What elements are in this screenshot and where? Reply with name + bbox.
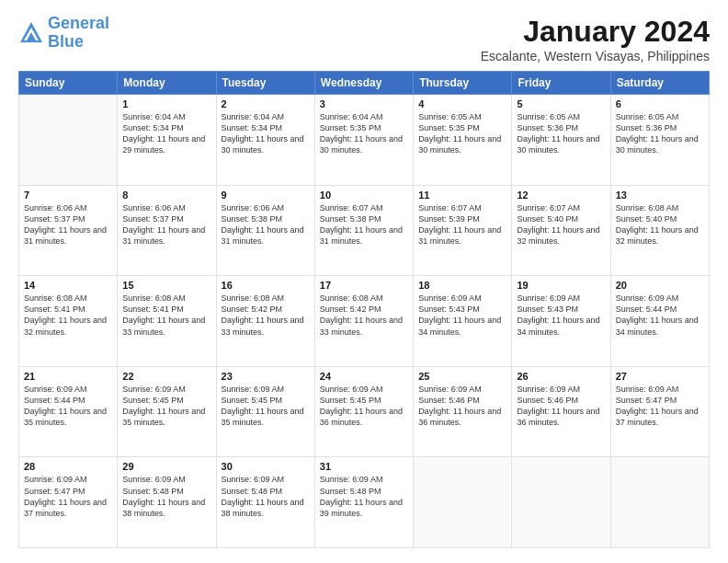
day-number: 25 [418,371,506,382]
logo-text: General Blue [48,15,109,52]
day-number: 15 [122,280,210,291]
weekday-header: Saturday [610,72,709,95]
day-number: 2 [222,98,310,109]
day-detail: Sunrise: 6:09 AM Sunset: 5:47 PM Dayligh… [616,384,704,429]
day-number: 28 [24,461,112,472]
day-detail: Sunrise: 6:04 AM Sunset: 5:34 PM Dayligh… [122,111,210,156]
day-number: 8 [122,190,210,201]
day-detail: Sunrise: 6:09 AM Sunset: 5:46 PM Dayligh… [517,384,605,429]
day-number: 18 [418,280,506,291]
calendar-cell: 12Sunrise: 6:07 AM Sunset: 5:40 PM Dayli… [512,185,610,276]
day-number: 30 [222,461,310,472]
calendar-cell: 5Sunrise: 6:05 AM Sunset: 5:36 PM Daylig… [512,95,610,186]
calendar-cell: 17Sunrise: 6:08 AM Sunset: 5:42 PM Dayli… [314,276,413,367]
day-detail: Sunrise: 6:05 AM Sunset: 5:36 PM Dayligh… [517,111,605,156]
calendar-cell: 13Sunrise: 6:08 AM Sunset: 5:40 PM Dayli… [610,185,709,276]
calendar-cell: 15Sunrise: 6:08 AM Sunset: 5:41 PM Dayli… [118,276,216,367]
weekday-header: Thursday [414,72,512,95]
day-detail: Sunrise: 6:09 AM Sunset: 5:44 PM Dayligh… [24,384,112,429]
day-detail: Sunrise: 6:08 AM Sunset: 5:42 PM Dayligh… [320,293,408,338]
day-detail: Sunrise: 6:09 AM Sunset: 5:45 PM Dayligh… [222,384,310,429]
day-number: 31 [320,461,408,472]
calendar-cell: 16Sunrise: 6:08 AM Sunset: 5:42 PM Dayli… [216,276,314,367]
day-detail: Sunrise: 6:06 AM Sunset: 5:38 PM Dayligh… [222,202,310,247]
weekday-header: Friday [512,72,610,95]
day-detail: Sunrise: 6:08 AM Sunset: 5:42 PM Dayligh… [222,293,310,338]
day-detail: Sunrise: 6:04 AM Sunset: 5:35 PM Dayligh… [320,111,408,156]
calendar-cell: 20Sunrise: 6:09 AM Sunset: 5:44 PM Dayli… [610,276,709,367]
day-number: 23 [222,371,310,382]
day-detail: Sunrise: 6:06 AM Sunset: 5:37 PM Dayligh… [122,202,210,247]
day-number: 5 [517,98,605,109]
calendar-week-row: 7Sunrise: 6:06 AM Sunset: 5:37 PM Daylig… [19,185,710,276]
day-detail: Sunrise: 6:09 AM Sunset: 5:43 PM Dayligh… [517,293,605,338]
calendar-cell: 2Sunrise: 6:04 AM Sunset: 5:34 PM Daylig… [216,95,314,186]
location: Escalante, Western Visayas, Philippines [481,49,710,63]
day-number: 26 [517,371,605,382]
day-detail: Sunrise: 6:07 AM Sunset: 5:38 PM Dayligh… [320,202,408,247]
calendar-week-row: 28Sunrise: 6:09 AM Sunset: 5:47 PM Dayli… [19,457,710,548]
day-detail: Sunrise: 6:08 AM Sunset: 5:40 PM Dayligh… [616,202,704,247]
day-detail: Sunrise: 6:09 AM Sunset: 5:44 PM Dayligh… [616,293,704,338]
day-number: 6 [616,98,704,109]
day-number: 3 [320,98,408,109]
page: General Blue January 2024 Escalante, Wes… [0,0,728,563]
day-detail: Sunrise: 6:09 AM Sunset: 5:47 PM Dayligh… [24,474,112,519]
calendar-cell: 28Sunrise: 6:09 AM Sunset: 5:47 PM Dayli… [19,457,118,548]
day-number: 29 [122,461,210,472]
month-title: January 2024 [481,15,710,49]
day-detail: Sunrise: 6:09 AM Sunset: 5:45 PM Dayligh… [320,384,408,429]
day-detail: Sunrise: 6:07 AM Sunset: 5:40 PM Dayligh… [517,202,605,247]
calendar-cell: 24Sunrise: 6:09 AM Sunset: 5:45 PM Dayli… [314,366,413,457]
day-number: 1 [122,98,210,109]
calendar-cell: 8Sunrise: 6:06 AM Sunset: 5:37 PM Daylig… [118,185,216,276]
calendar-cell: 31Sunrise: 6:09 AM Sunset: 5:48 PM Dayli… [314,457,413,548]
header: General Blue January 2024 Escalante, Wes… [18,15,710,63]
calendar-cell: 22Sunrise: 6:09 AM Sunset: 5:45 PM Dayli… [118,366,216,457]
logo-blue: Blue [48,33,109,52]
day-detail: Sunrise: 6:07 AM Sunset: 5:39 PM Dayligh… [418,202,506,247]
calendar-cell: 23Sunrise: 6:09 AM Sunset: 5:45 PM Dayli… [216,366,314,457]
day-number: 10 [320,190,408,201]
calendar-cell [414,457,512,548]
day-number: 11 [418,190,506,201]
day-number: 4 [418,98,506,109]
calendar-cell: 11Sunrise: 6:07 AM Sunset: 5:39 PM Dayli… [414,185,512,276]
calendar-cell: 4Sunrise: 6:05 AM Sunset: 5:35 PM Daylig… [414,95,512,186]
day-detail: Sunrise: 6:09 AM Sunset: 5:45 PM Dayligh… [122,384,210,429]
day-number: 21 [24,371,112,382]
day-detail: Sunrise: 6:09 AM Sunset: 5:46 PM Dayligh… [418,384,506,429]
calendar-week-row: 1Sunrise: 6:04 AM Sunset: 5:34 PM Daylig… [19,95,710,186]
weekday-header: Tuesday [216,72,314,95]
day-detail: Sunrise: 6:05 AM Sunset: 5:36 PM Dayligh… [616,111,704,156]
day-detail: Sunrise: 6:05 AM Sunset: 5:35 PM Dayligh… [418,111,506,156]
day-detail: Sunrise: 6:09 AM Sunset: 5:48 PM Dayligh… [320,474,408,519]
title-block: January 2024 Escalante, Western Visayas,… [481,15,710,63]
day-number: 13 [616,190,704,201]
calendar-cell: 3Sunrise: 6:04 AM Sunset: 5:35 PM Daylig… [314,95,413,186]
calendar-cell: 14Sunrise: 6:08 AM Sunset: 5:41 PM Dayli… [19,276,118,367]
logo-icon [18,20,44,46]
day-detail: Sunrise: 6:09 AM Sunset: 5:43 PM Dayligh… [418,293,506,338]
day-number: 27 [616,371,704,382]
calendar-cell [610,457,709,548]
day-number: 16 [222,280,310,291]
logo-general: General [48,14,109,32]
day-number: 14 [24,280,112,291]
weekday-header: Wednesday [314,72,413,95]
calendar-cell: 19Sunrise: 6:09 AM Sunset: 5:43 PM Dayli… [512,276,610,367]
weekday-header: Monday [118,72,216,95]
weekday-header: Sunday [19,72,118,95]
calendar-cell [512,457,610,548]
calendar-cell: 10Sunrise: 6:07 AM Sunset: 5:38 PM Dayli… [314,185,413,276]
calendar-cell: 26Sunrise: 6:09 AM Sunset: 5:46 PM Dayli… [512,366,610,457]
calendar-table: SundayMondayTuesdayWednesdayThursdayFrid… [18,71,710,548]
calendar-cell: 21Sunrise: 6:09 AM Sunset: 5:44 PM Dayli… [19,366,118,457]
calendar-header-row: SundayMondayTuesdayWednesdayThursdayFrid… [19,72,710,95]
calendar-cell: 30Sunrise: 6:09 AM Sunset: 5:48 PM Dayli… [216,457,314,548]
day-number: 24 [320,371,408,382]
day-detail: Sunrise: 6:06 AM Sunset: 5:37 PM Dayligh… [24,202,112,247]
calendar-cell: 25Sunrise: 6:09 AM Sunset: 5:46 PM Dayli… [414,366,512,457]
day-detail: Sunrise: 6:08 AM Sunset: 5:41 PM Dayligh… [122,293,210,338]
day-number: 17 [320,280,408,291]
